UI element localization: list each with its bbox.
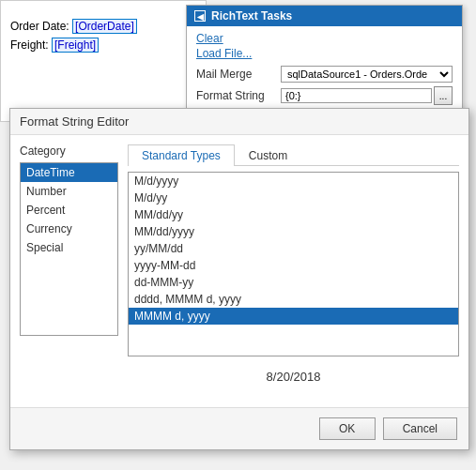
format-item-1[interactable]: M/d/yyyy	[129, 173, 458, 190]
format-item-2[interactable]: M/d/yy	[129, 190, 458, 206]
format-string-input[interactable]	[281, 88, 432, 103]
dialog-titlebar: Format String Editor	[10, 109, 468, 135]
format-item-7[interactable]: dd-MMM-yy	[129, 274, 458, 291]
order-date-label: Order Date:	[10, 20, 69, 33]
mail-merge-label: Mail Merge	[196, 68, 281, 81]
ok-button[interactable]: OK	[319, 417, 376, 440]
format-string-editor-dialog: Format String Editor Category DateTime N…	[9, 108, 469, 450]
dialog-body: Category DateTime Number Percent Currenc…	[10, 135, 468, 401]
dialog-title: Format String Editor	[20, 114, 129, 129]
format-item-6[interactable]: yyyy-MM-dd	[129, 257, 458, 274]
format-item-3[interactable]: MM/dd/yy	[129, 206, 458, 223]
canvas-area: Order Date: [OrderDate] Freight: [Freigh…	[0, 0, 207, 122]
format-item-9[interactable]: MMMM d, yyyy	[129, 308, 458, 325]
format-list[interactable]: M/d/yyyy M/d/yy MM/dd/yy MM/dd/yyyy yy/M…	[129, 173, 458, 356]
category-panel: Category DateTime Number Percent Currenc…	[20, 144, 118, 391]
richtextpanel-header: ◀ RichText Tasks	[187, 6, 462, 26]
format-list-container: M/d/yyyy M/d/yy MM/dd/yy MM/dd/yyyy yy/M…	[128, 172, 459, 356]
freight-field: Freight: [Freight]	[10, 38, 196, 52]
category-item-special[interactable]: Special	[21, 238, 117, 257]
order-date-field: Order Date: [OrderDate]	[10, 20, 196, 33]
format-item-8[interactable]: dddd, MMMM d, yyyy	[129, 291, 458, 308]
format-string-label: Format String	[196, 89, 281, 102]
category-item-percent[interactable]: Percent	[21, 201, 117, 220]
freight-value: [Freight]	[52, 38, 99, 53]
tab-standard-types[interactable]: Standard Types	[128, 144, 235, 166]
order-date-value: [OrderDate]	[72, 19, 137, 34]
category-item-number[interactable]: Number	[21, 182, 117, 201]
dialog-footer: OK Cancel	[10, 407, 468, 449]
load-file-link[interactable]: Load File...	[196, 47, 453, 60]
preview-area: 8/20/2018	[128, 362, 459, 391]
clear-link[interactable]: Clear	[196, 32, 453, 45]
tabs-row: Standard Types Custom	[128, 144, 459, 166]
panel-header-icon: ◀	[194, 10, 206, 22]
category-list: DateTime Number Percent Currency Special	[20, 162, 118, 336]
format-item-4[interactable]: MM/dd/yyyy	[129, 223, 458, 240]
richtexttext-tasks-panel: ◀ RichText Tasks Clear Load File... Mail…	[186, 5, 463, 112]
category-item-datetime[interactable]: DateTime	[21, 163, 117, 182]
freight-label: Freight:	[10, 38, 49, 52]
category-label: Category	[20, 144, 118, 158]
category-item-currency[interactable]: Currency	[21, 220, 117, 238]
cancel-button[interactable]: Cancel	[383, 417, 457, 440]
richtextpanel-title: RichText Tasks	[211, 9, 292, 23]
preview-value: 8/20/2018	[267, 370, 321, 384]
mail-merge-select[interactable]: sqlDataSource1 - Orders.Orde	[281, 66, 453, 83]
format-item-5[interactable]: yy/MM/dd	[129, 240, 458, 257]
format-string-ellipsis-btn[interactable]: ...	[434, 86, 453, 105]
right-panel: Standard Types Custom M/d/yyyy M/d/yy MM…	[128, 144, 459, 391]
tab-custom[interactable]: Custom	[235, 144, 301, 166]
